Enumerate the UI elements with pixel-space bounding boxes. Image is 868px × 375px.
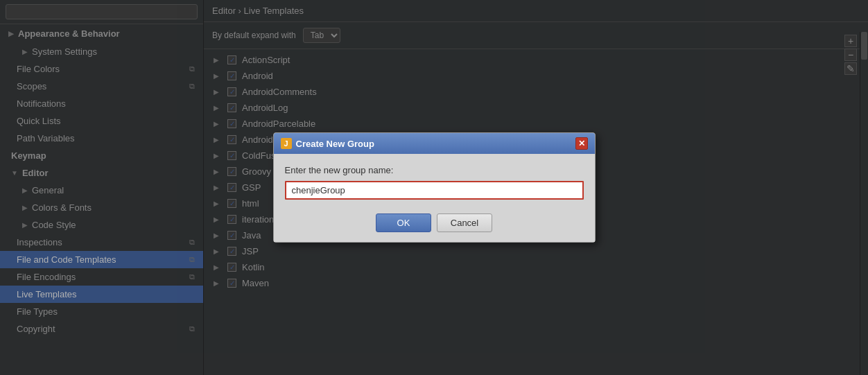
modal-titlebar: J Create New Group ✕	[274, 133, 595, 154]
modal-icon: J	[281, 138, 292, 149]
modal-footer: OK Cancel	[274, 208, 595, 242]
modal-prompt: Enter the new group name:	[285, 165, 584, 175]
create-group-modal: J Create New Group ✕ Enter the new group…	[273, 132, 596, 243]
group-name-input[interactable]	[285, 181, 584, 200]
ok-button[interactable]: OK	[376, 213, 431, 232]
modal-title-text: Create New Group	[296, 139, 374, 149]
modal-body: Enter the new group name:	[274, 154, 595, 208]
modal-close-button[interactable]: ✕	[575, 137, 588, 150]
modal-overlay: J Create New Group ✕ Enter the new group…	[0, 0, 868, 375]
cancel-button[interactable]: Cancel	[437, 213, 492, 232]
modal-title: J Create New Group	[281, 138, 374, 149]
